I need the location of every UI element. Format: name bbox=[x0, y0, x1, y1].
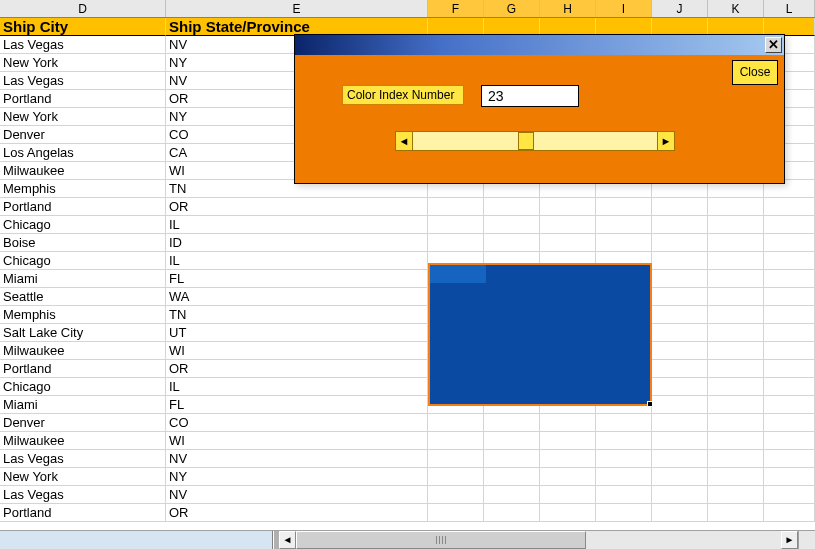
cell[interactable] bbox=[484, 450, 540, 468]
column-header-G[interactable]: G bbox=[484, 0, 540, 17]
cell[interactable] bbox=[708, 378, 764, 396]
cell[interactable] bbox=[652, 342, 708, 360]
cell[interactable] bbox=[708, 468, 764, 486]
cell[interactable] bbox=[764, 504, 815, 522]
cell[interactable] bbox=[652, 378, 708, 396]
cell[interactable] bbox=[764, 288, 815, 306]
cell[interactable] bbox=[764, 486, 815, 504]
cell[interactable] bbox=[708, 288, 764, 306]
cell[interactable]: Salt Lake City bbox=[0, 324, 166, 342]
cell[interactable] bbox=[484, 486, 540, 504]
cell[interactable] bbox=[652, 486, 708, 504]
cell[interactable]: FL bbox=[166, 396, 428, 414]
cell[interactable]: OR bbox=[166, 198, 428, 216]
cell[interactable] bbox=[764, 360, 815, 378]
cell[interactable] bbox=[764, 342, 815, 360]
cell[interactable] bbox=[540, 504, 596, 522]
cell[interactable] bbox=[596, 432, 652, 450]
cell[interactable]: Milwaukee bbox=[0, 162, 166, 180]
cell[interactable] bbox=[764, 306, 815, 324]
cell[interactable] bbox=[484, 468, 540, 486]
cell[interactable] bbox=[484, 504, 540, 522]
cell[interactable] bbox=[596, 486, 652, 504]
cell[interactable] bbox=[540, 414, 596, 432]
cell[interactable] bbox=[764, 396, 815, 414]
cell[interactable]: ID bbox=[166, 234, 428, 252]
scroll-right-button[interactable]: ► bbox=[657, 131, 675, 151]
cell[interactable]: Las Vegas bbox=[0, 36, 166, 54]
selected-range-fill[interactable] bbox=[428, 263, 652, 406]
cell[interactable] bbox=[652, 504, 708, 522]
scroll-left-button[interactable]: ◄ bbox=[395, 131, 413, 151]
cell[interactable] bbox=[540, 432, 596, 450]
cell[interactable] bbox=[540, 486, 596, 504]
scroll-thumb[interactable] bbox=[518, 132, 534, 150]
cell[interactable] bbox=[428, 414, 484, 432]
cell[interactable] bbox=[652, 450, 708, 468]
cell[interactable] bbox=[764, 450, 815, 468]
cell[interactable] bbox=[652, 414, 708, 432]
color-index-input[interactable] bbox=[481, 85, 579, 107]
cell[interactable]: IL bbox=[166, 216, 428, 234]
column-header-I[interactable]: I bbox=[596, 0, 652, 17]
cell[interactable] bbox=[764, 378, 815, 396]
cell[interactable] bbox=[428, 468, 484, 486]
column-header-L[interactable]: L bbox=[764, 0, 815, 17]
hscroll-left-button[interactable]: ◄ bbox=[279, 531, 296, 549]
cell[interactable] bbox=[596, 468, 652, 486]
cell[interactable]: TN bbox=[166, 306, 428, 324]
cell[interactable]: Los Angelas bbox=[0, 144, 166, 162]
cell[interactable]: OR bbox=[166, 504, 428, 522]
cell[interactable]: NV bbox=[166, 450, 428, 468]
cell[interactable] bbox=[428, 486, 484, 504]
cell[interactable] bbox=[652, 216, 708, 234]
cell[interactable] bbox=[708, 270, 764, 288]
cell[interactable] bbox=[484, 216, 540, 234]
cell[interactable] bbox=[708, 324, 764, 342]
cell[interactable] bbox=[652, 468, 708, 486]
cell[interactable] bbox=[708, 396, 764, 414]
cell[interactable] bbox=[428, 198, 484, 216]
cell[interactable] bbox=[764, 270, 815, 288]
column-header-F[interactable]: F bbox=[428, 0, 484, 17]
cell[interactable]: Chicago bbox=[0, 252, 166, 270]
cell[interactable]: Miami bbox=[0, 270, 166, 288]
cell[interactable] bbox=[764, 414, 815, 432]
cell[interactable]: Milwaukee bbox=[0, 432, 166, 450]
cell[interactable] bbox=[484, 414, 540, 432]
hscroll-thumb[interactable] bbox=[296, 531, 586, 549]
hscroll-track[interactable] bbox=[296, 531, 781, 549]
cell[interactable] bbox=[764, 324, 815, 342]
column-header-E[interactable]: E bbox=[166, 0, 428, 17]
cell[interactable] bbox=[652, 432, 708, 450]
cell[interactable] bbox=[484, 432, 540, 450]
cell[interactable] bbox=[652, 252, 708, 270]
cell[interactable] bbox=[652, 324, 708, 342]
cell[interactable] bbox=[708, 306, 764, 324]
cell[interactable]: WA bbox=[166, 288, 428, 306]
cell[interactable]: WI bbox=[166, 342, 428, 360]
cell[interactable] bbox=[428, 432, 484, 450]
sheet-tab-area[interactable] bbox=[0, 531, 273, 549]
cell[interactable]: Miami bbox=[0, 396, 166, 414]
cell[interactable]: Seattle bbox=[0, 288, 166, 306]
cell[interactable]: Denver bbox=[0, 414, 166, 432]
cell[interactable]: OR bbox=[166, 360, 428, 378]
color-index-scrollbar[interactable]: ◄ ► bbox=[395, 131, 675, 151]
cell[interactable] bbox=[428, 450, 484, 468]
cell[interactable]: Portland bbox=[0, 198, 166, 216]
cell[interactable] bbox=[652, 288, 708, 306]
cell[interactable]: IL bbox=[166, 378, 428, 396]
cell[interactable]: Portland bbox=[0, 504, 166, 522]
cell[interactable] bbox=[596, 504, 652, 522]
cell[interactable] bbox=[652, 198, 708, 216]
cell[interactable] bbox=[764, 468, 815, 486]
cell[interactable] bbox=[652, 396, 708, 414]
cell[interactable]: IL bbox=[166, 252, 428, 270]
cell[interactable]: Portland bbox=[0, 360, 166, 378]
cell[interactable] bbox=[708, 198, 764, 216]
column-header-H[interactable]: H bbox=[540, 0, 596, 17]
cell[interactable] bbox=[652, 360, 708, 378]
cell[interactable]: NY bbox=[166, 468, 428, 486]
cell[interactable] bbox=[596, 414, 652, 432]
